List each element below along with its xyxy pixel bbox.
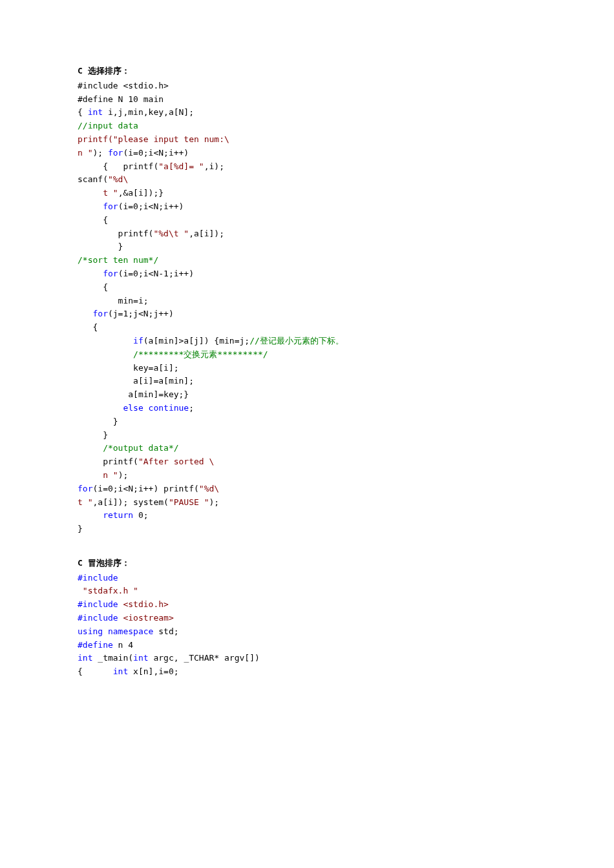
code-segment: //input data [78,121,138,130]
code-segment: scanf( [78,174,108,184]
code-segment: a[min]=key;} [78,389,189,399]
code-line: { int x[n],i=0; [78,665,536,679]
code-segment: } [78,430,108,440]
code-segment: { printf( [78,161,158,171]
code-line: printf("After sorted \ [78,455,536,469]
code-segment: int [83,107,103,117]
code-segment: #define N 10 main [78,94,164,104]
code-line: for(i=0;i<N-1;i++) [78,267,536,281]
code-segment: (i=0;i<N;i++) [123,148,189,158]
code-segment: "%d\ [199,484,219,493]
code-line: { printf("a[%d]= ",i); [78,160,536,174]
code-line: key=a[i]; [78,362,536,375]
code-segment: t " [78,497,92,507]
code-segment: "a[%d]= " [158,161,204,171]
code-segment: #include <stdio.h> [78,81,169,90]
code-line: #include <iostream> [78,612,536,625]
code-segment: return [78,510,133,520]
code-segment: ); [209,497,220,507]
code-segment: for [78,202,118,211]
code-line: } [78,240,536,254]
code-line: n "); [78,469,536,482]
code-segment: if [78,336,143,346]
code-segment: for [78,484,92,493]
code-segment: (i=0;i<N-1;i++) [118,269,194,278]
code-segment: for [78,269,118,278]
code-line: #include <stdio.h> [78,598,536,612]
code-segment: "PAUSE " [169,497,209,507]
code-line: //input data [78,119,536,133]
code-segment: printf( [78,457,138,466]
code-line: for(i=0;i<N;i++) [78,200,536,214]
code-segment: /*********交换元素*********/ [78,349,268,359]
code-line: /*********交换元素*********/ [78,348,536,362]
code-segment: else [78,403,143,413]
code-segment: argc, _TCHAR* argv[]) [149,653,260,663]
code-line: /*sort ten num*/ [78,254,536,267]
code-segment: continue [143,403,189,413]
code-segment: #include [78,599,118,609]
code-segment: /*sort ten num*/ [78,255,158,265]
code-segment: ); [92,148,103,158]
code-line: else continue; [78,402,536,415]
code-segment: ,i); [204,161,224,171]
code-line: using namespace std; [78,625,536,639]
section1-title: C 选择排序： [78,65,536,78]
code-line: t ",a[i]); system("PAUSE "); [78,496,536,510]
code-segment: a[i]=a[min]; [78,376,194,386]
code-line: { [78,281,536,294]
code-segment: using [78,626,103,636]
code-segment: (j=1;j<N;j++) [108,309,174,318]
code-line: for(j=1;j<N;j++) [78,307,536,321]
code-line: #include <stdio.h> [78,79,536,93]
code-segment: #include [78,573,118,583]
code-segment: } [78,524,83,533]
code-segment: ,a[i]); system( [92,497,168,507]
code-line: printf("please input ten num:\ [78,133,536,147]
code-segment: x[n],i=0; [128,666,178,676]
code-segment: for [78,309,108,318]
code-line: return 0; [78,509,536,522]
code-line: "stdafx.h " [78,584,536,598]
code-line: printf("%d\t ",a[i]); [78,227,536,241]
code-segment: std; [153,626,178,636]
code-segment: //登记最小元素的下标。 [249,336,344,346]
code-segment: min=i; [78,296,149,305]
section2-title: C 冒泡排序： [78,557,536,570]
code-segment: { [78,666,113,676]
code-segment: { [78,322,98,332]
code-segment: printf( [78,229,153,238]
code-line: int _tmain(int argc, _TCHAR* argv[]) [78,652,536,665]
code-line: min=i; [78,294,536,308]
code-line: n "); for(i=0;i<N;i++) [78,147,536,160]
code-segment: "%d\t " [153,229,189,238]
code-segment: (a[min]>a[j]) {min=j; [143,336,249,346]
code-segment: <iostream> [118,613,174,623]
code-segment: #define [78,640,113,650]
code-segment: int [113,666,128,676]
code-segment: ); [118,470,129,480]
section1-code: #include <stdio.h>#define N 10 main{ int… [78,79,536,536]
code-segment: _tmain( [92,653,133,663]
code-segment: "%d\ [108,174,128,184]
code-line: a[min]=key;} [78,388,536,402]
code-segment: { [78,107,83,117]
code-segment: ,&a[i]);} [118,188,164,198]
code-line: } [78,522,536,536]
code-segment: } [78,417,118,426]
code-segment: (i=0;i<N;i++) printf( [92,484,198,493]
code-line: if(a[min]>a[j]) {min=j;//登记最小元素的下标。 [78,335,536,348]
code-segment: "After sorted \ [138,457,214,466]
code-segment: } [78,242,123,251]
code-segment: (i=0;i<N;i++) [118,202,184,211]
code-line: { [78,321,536,335]
code-segment: "stdafx.h " [78,586,138,595]
code-line: { [78,214,536,227]
code-segment: { [78,215,108,225]
code-line: } [78,415,536,429]
code-segment: ; [189,403,194,413]
code-segment: n " [78,148,92,158]
code-line: scanf("%d\ [78,173,536,187]
code-line: /*output data*/ [78,442,536,455]
code-segment: namespace [103,626,153,636]
